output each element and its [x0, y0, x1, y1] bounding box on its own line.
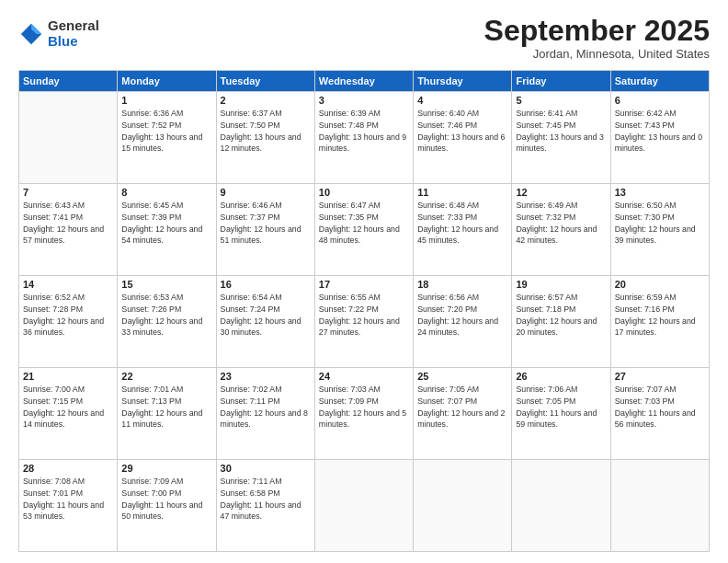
- calendar-cell: [610, 460, 709, 552]
- calendar-cell: [314, 460, 413, 552]
- day-info: Sunrise: 6:48 AM Sunset: 7:33 PM Dayligh…: [417, 200, 507, 247]
- calendar-cell: 2Sunrise: 6:37 AM Sunset: 7:50 PM Daylig…: [216, 92, 314, 184]
- day-info: Sunrise: 6:50 AM Sunset: 7:30 PM Dayligh…: [615, 200, 705, 247]
- day-info: Sunrise: 6:53 AM Sunset: 7:26 PM Dayligh…: [121, 292, 211, 339]
- day-info: Sunrise: 6:42 AM Sunset: 7:43 PM Dayligh…: [615, 108, 705, 155]
- day-number: 8: [121, 187, 211, 198]
- calendar-week-3: 14Sunrise: 6:52 AM Sunset: 7:28 PM Dayli…: [19, 276, 710, 368]
- day-info: Sunrise: 7:05 AM Sunset: 7:07 PM Dayligh…: [417, 384, 507, 431]
- day-number: 3: [319, 95, 409, 106]
- day-info: Sunrise: 6:46 AM Sunset: 7:37 PM Dayligh…: [221, 200, 311, 247]
- day-number: 24: [319, 371, 409, 382]
- calendar-cell: 8Sunrise: 6:45 AM Sunset: 7:39 PM Daylig…: [118, 184, 216, 276]
- day-number: 12: [516, 187, 606, 198]
- day-info: Sunrise: 7:02 AM Sunset: 7:11 PM Dayligh…: [221, 384, 311, 431]
- day-info: Sunrise: 7:00 AM Sunset: 7:15 PM Dayligh…: [23, 384, 113, 431]
- calendar-cell: 1Sunrise: 6:36 AM Sunset: 7:52 PM Daylig…: [118, 92, 216, 184]
- calendar-cell: 12Sunrise: 6:49 AM Sunset: 7:32 PM Dayli…: [512, 184, 610, 276]
- title-block: September 2025 Jordan, Minnesota, United…: [484, 15, 710, 61]
- day-number: 9: [221, 187, 311, 198]
- logo-general: General: [48, 18, 99, 34]
- calendar-cell: [414, 460, 512, 552]
- calendar-cell: 4Sunrise: 6:40 AM Sunset: 7:46 PM Daylig…: [414, 92, 512, 184]
- day-info: Sunrise: 7:01 AM Sunset: 7:13 PM Dayligh…: [121, 384, 211, 431]
- calendar-week-4: 21Sunrise: 7:00 AM Sunset: 7:15 PM Dayli…: [19, 368, 710, 460]
- day-number: 23: [221, 371, 311, 382]
- day-number: 18: [417, 279, 507, 290]
- calendar-cell: 5Sunrise: 6:41 AM Sunset: 7:45 PM Daylig…: [512, 92, 610, 184]
- calendar-cell: 27Sunrise: 7:07 AM Sunset: 7:03 PM Dayli…: [610, 368, 709, 460]
- day-info: Sunrise: 7:11 AM Sunset: 6:58 PM Dayligh…: [221, 476, 311, 523]
- day-info: Sunrise: 7:08 AM Sunset: 7:01 PM Dayligh…: [23, 476, 113, 523]
- calendar-cell: 17Sunrise: 6:55 AM Sunset: 7:22 PM Dayli…: [314, 276, 413, 368]
- day-number: 19: [516, 279, 606, 290]
- day-info: Sunrise: 6:49 AM Sunset: 7:32 PM Dayligh…: [516, 200, 606, 247]
- day-of-week-friday: Friday: [512, 71, 610, 92]
- calendar-cell: 29Sunrise: 7:09 AM Sunset: 7:00 PM Dayli…: [118, 460, 216, 552]
- day-info: Sunrise: 6:41 AM Sunset: 7:45 PM Dayligh…: [516, 108, 606, 155]
- calendar-cell: 26Sunrise: 7:06 AM Sunset: 7:05 PM Dayli…: [512, 368, 610, 460]
- logo-blue: Blue: [48, 34, 99, 50]
- calendar-cell: 10Sunrise: 6:47 AM Sunset: 7:35 PM Dayli…: [314, 184, 413, 276]
- calendar-cell: 20Sunrise: 6:59 AM Sunset: 7:16 PM Dayli…: [610, 276, 709, 368]
- logo-text: General Blue: [48, 18, 99, 49]
- day-header-row: SundayMondayTuesdayWednesdayThursdayFrid…: [19, 71, 710, 92]
- calendar-cell: 3Sunrise: 6:39 AM Sunset: 7:48 PM Daylig…: [314, 92, 413, 184]
- day-info: Sunrise: 6:54 AM Sunset: 7:24 PM Dayligh…: [221, 292, 311, 339]
- calendar-cell: 24Sunrise: 7:03 AM Sunset: 7:09 PM Dayli…: [314, 368, 413, 460]
- day-info: Sunrise: 6:47 AM Sunset: 7:35 PM Dayligh…: [319, 200, 409, 247]
- calendar-cell: [19, 92, 118, 184]
- day-info: Sunrise: 7:03 AM Sunset: 7:09 PM Dayligh…: [319, 384, 409, 431]
- day-info: Sunrise: 6:36 AM Sunset: 7:52 PM Dayligh…: [121, 108, 211, 155]
- calendar-cell: 19Sunrise: 6:57 AM Sunset: 7:18 PM Dayli…: [512, 276, 610, 368]
- calendar-cell: 25Sunrise: 7:05 AM Sunset: 7:07 PM Dayli…: [414, 368, 512, 460]
- calendar-body: 1Sunrise: 6:36 AM Sunset: 7:52 PM Daylig…: [19, 92, 710, 552]
- calendar-table: SundayMondayTuesdayWednesdayThursdayFrid…: [18, 70, 710, 552]
- day-number: 22: [121, 371, 211, 382]
- day-number: 4: [417, 95, 507, 106]
- calendar-cell: 23Sunrise: 7:02 AM Sunset: 7:11 PM Dayli…: [216, 368, 314, 460]
- calendar-cell: 14Sunrise: 6:52 AM Sunset: 7:28 PM Dayli…: [19, 276, 118, 368]
- day-info: Sunrise: 6:45 AM Sunset: 7:39 PM Dayligh…: [121, 200, 211, 247]
- day-of-week-saturday: Saturday: [610, 71, 709, 92]
- day-info: Sunrise: 6:52 AM Sunset: 7:28 PM Dayligh…: [23, 292, 113, 339]
- day-info: Sunrise: 6:56 AM Sunset: 7:20 PM Dayligh…: [417, 292, 507, 339]
- calendar-cell: 7Sunrise: 6:43 AM Sunset: 7:41 PM Daylig…: [19, 184, 118, 276]
- day-info: Sunrise: 6:37 AM Sunset: 7:50 PM Dayligh…: [221, 108, 311, 155]
- day-info: Sunrise: 6:39 AM Sunset: 7:48 PM Dayligh…: [319, 108, 409, 155]
- day-number: 15: [121, 279, 211, 290]
- calendar-cell: 30Sunrise: 7:11 AM Sunset: 6:58 PM Dayli…: [216, 460, 314, 552]
- day-info: Sunrise: 7:09 AM Sunset: 7:00 PM Dayligh…: [121, 476, 211, 523]
- page: General Blue September 2025 Jordan, Minn…: [0, 0, 728, 563]
- calendar-cell: 6Sunrise: 6:42 AM Sunset: 7:43 PM Daylig…: [610, 92, 709, 184]
- day-number: 25: [417, 371, 507, 382]
- day-number: 13: [615, 187, 705, 198]
- day-number: 14: [23, 279, 113, 290]
- day-number: 27: [615, 371, 705, 382]
- logo: General Blue: [18, 18, 99, 49]
- day-number: 21: [23, 371, 113, 382]
- day-of-week-sunday: Sunday: [19, 71, 118, 92]
- day-info: Sunrise: 6:43 AM Sunset: 7:41 PM Dayligh…: [23, 200, 113, 247]
- day-of-week-tuesday: Tuesday: [216, 71, 314, 92]
- day-number: 16: [221, 279, 311, 290]
- calendar-cell: 28Sunrise: 7:08 AM Sunset: 7:01 PM Dayli…: [19, 460, 118, 552]
- calendar-cell: 15Sunrise: 6:53 AM Sunset: 7:26 PM Dayli…: [118, 276, 216, 368]
- calendar-cell: [512, 460, 610, 552]
- header: General Blue September 2025 Jordan, Minn…: [18, 15, 710, 61]
- month-title: September 2025: [484, 15, 710, 47]
- day-info: Sunrise: 7:06 AM Sunset: 7:05 PM Dayligh…: [516, 384, 606, 431]
- day-number: 6: [615, 95, 705, 106]
- day-number: 10: [319, 187, 409, 198]
- day-of-week-wednesday: Wednesday: [314, 71, 413, 92]
- day-info: Sunrise: 6:59 AM Sunset: 7:16 PM Dayligh…: [615, 292, 705, 339]
- calendar-cell: 21Sunrise: 7:00 AM Sunset: 7:15 PM Dayli…: [19, 368, 118, 460]
- calendar-cell: 16Sunrise: 6:54 AM Sunset: 7:24 PM Dayli…: [216, 276, 314, 368]
- day-number: 2: [221, 95, 311, 106]
- day-number: 30: [221, 463, 311, 474]
- day-number: 17: [319, 279, 409, 290]
- calendar-cell: 9Sunrise: 6:46 AM Sunset: 7:37 PM Daylig…: [216, 184, 314, 276]
- calendar-cell: 22Sunrise: 7:01 AM Sunset: 7:13 PM Dayli…: [118, 368, 216, 460]
- location-subtitle: Jordan, Minnesota, United States: [484, 47, 710, 61]
- day-number: 26: [516, 371, 606, 382]
